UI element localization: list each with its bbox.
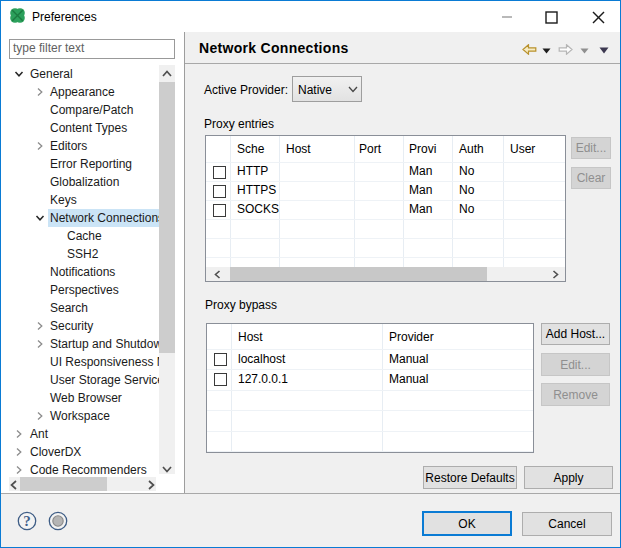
- svg-text:?: ?: [23, 513, 31, 529]
